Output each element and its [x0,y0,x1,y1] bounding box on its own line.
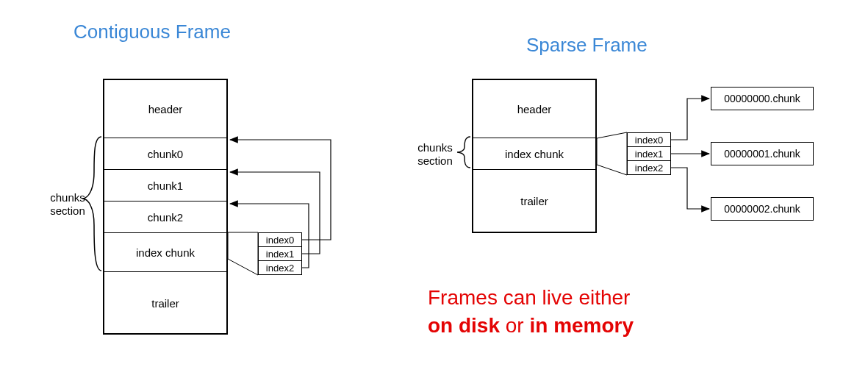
sparse-trailer: trailer [473,169,596,233]
arrow-sparse-i0-f0 [671,99,709,140]
contiguous-chunk2: chunk2 [104,201,227,233]
title-contiguous: Contiguous Frame [73,21,231,43]
contiguous-chunks-section-label: chunks section [44,191,91,218]
label-line1-b: chunks [417,141,453,154]
sparse-brace [457,137,470,168]
contiguous-header: header [104,79,227,138]
arrow-index0-to-chunk0 [230,140,331,240]
contiguous-chunk1: chunk1 [104,169,227,202]
caption-line1: Frames can live either [428,286,630,309]
caption-or: or [500,314,529,337]
title-sparse: Sparse Frame [526,34,648,57]
contiguous-index-chunk: index chunk [104,232,227,272]
sparse-index2: index2 [627,160,671,175]
sparse-frame: header index chunk trailer [472,79,597,233]
sparse-index0: index0 [627,132,671,147]
contiguous-frame: header chunk0 chunk1 chunk2 index chunk … [103,79,228,335]
caption-on-disk: on disk [428,314,500,337]
sparse-chunks-section-label: chunks section [412,141,459,168]
contiguous-chunk0: chunk0 [104,138,227,170]
label-line1: chunks [50,191,85,204]
caption-in-memory: in memory [529,314,634,337]
arrow-sparse-i2-f2 [671,168,709,209]
label-line2-b: section [417,154,453,167]
caption: Frames can live either on disk or in mem… [428,284,634,340]
sparse-file2: 00000002.chunk [711,197,814,221]
sparse-index1: index1 [627,146,671,161]
sparse-header: header [473,79,596,138]
sparse-file0: 00000000.chunk [711,87,814,110]
contiguous-fan [228,232,258,275]
contiguous-index0: index0 [258,232,302,247]
contiguous-index1: index1 [258,246,302,261]
sparse-index-chunk: index chunk [473,138,596,170]
contiguous-index2: index2 [258,260,302,275]
label-line2: section [50,204,85,217]
sparse-fan [597,132,627,175]
contiguous-trailer: trailer [104,271,227,335]
sparse-file1: 00000001.chunk [711,142,814,165]
